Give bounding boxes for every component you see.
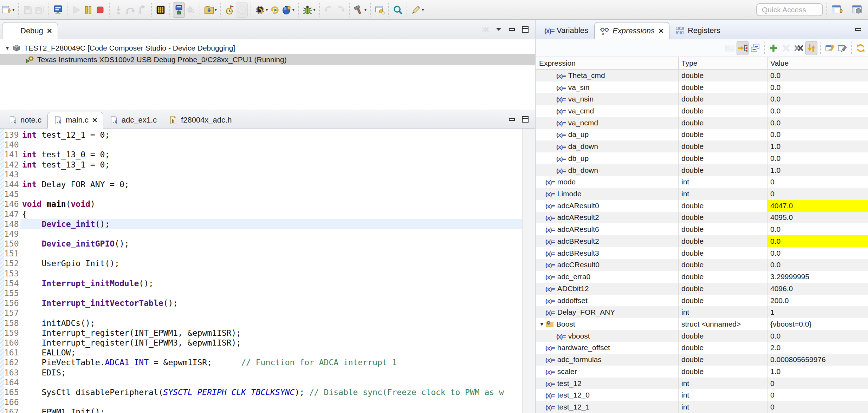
skip-back-button[interactable] bbox=[323, 2, 335, 18]
code-text[interactable]: SysCtl_disablePeripheral(SYSCTL_PERIPH_C… bbox=[20, 387, 522, 397]
code-text[interactable] bbox=[20, 308, 522, 318]
code-text[interactable]: Device_init(); bbox=[20, 219, 522, 229]
expression-row[interactable]: (x)=Delay_FOR_ANYint1 bbox=[536, 306, 868, 318]
open-perspective-button[interactable] bbox=[829, 1, 846, 18]
expression-value[interactable]: 4095.0 bbox=[767, 212, 868, 224]
code-text[interactable] bbox=[20, 288, 522, 298]
show-type-names-button[interactable]: x bbox=[724, 41, 736, 55]
code-text[interactable]: int Delay_FOR_ANY = 0; bbox=[20, 179, 522, 189]
continuous-refresh-button[interactable] bbox=[805, 41, 817, 55]
refresh-values-button[interactable] bbox=[855, 41, 867, 55]
expression-value[interactable]: 1.0 bbox=[767, 164, 868, 176]
close-icon[interactable]: × bbox=[92, 116, 97, 124]
expression-value[interactable]: 0.0 bbox=[767, 70, 868, 81]
expression-value[interactable]: 0 bbox=[767, 378, 868, 389]
expression-row[interactable]: (x)=test_12_0int0 bbox=[536, 389, 868, 401]
expression-value[interactable]: 1 bbox=[767, 306, 868, 318]
editor-scrollbar[interactable] bbox=[522, 129, 535, 413]
search-button[interactable] bbox=[392, 2, 404, 18]
code-text[interactable]: void main(void) bbox=[20, 199, 522, 209]
save-button[interactable] bbox=[22, 2, 34, 18]
column-header-expression[interactable]: Expression bbox=[536, 57, 679, 69]
expression-value[interactable]: {vboost=0.0} bbox=[767, 318, 868, 330]
expression-row[interactable]: ▼Booststruct <unnamed>{vboost=0.0} bbox=[536, 318, 868, 330]
code-text[interactable] bbox=[20, 189, 522, 199]
launch-debug-button[interactable]: ▾ bbox=[302, 2, 316, 18]
expression-row[interactable]: (x)=Theta_cmddouble0.0 bbox=[536, 70, 868, 81]
expression-row[interactable]: (x)=adcCResult0double0.0 bbox=[536, 259, 868, 271]
expression-row[interactable]: (x)=va_sindouble0.0 bbox=[536, 81, 868, 93]
expression-row[interactable]: (x)=db_downdouble1.0 bbox=[536, 164, 868, 176]
expression-value[interactable]: 0.0 bbox=[767, 81, 868, 93]
step-over-button[interactable] bbox=[124, 2, 136, 18]
debug-perspective-button[interactable] bbox=[849, 1, 865, 18]
minimize-button[interactable] bbox=[506, 24, 518, 35]
view-menu-button[interactable] bbox=[493, 24, 505, 35]
source-lookup-button[interactable] bbox=[185, 2, 197, 18]
code-text[interactable] bbox=[20, 378, 522, 387]
connect-target-button[interactable] bbox=[173, 2, 185, 18]
collapse-all-button[interactable] bbox=[749, 41, 761, 55]
expression-value[interactable]: 0.0 bbox=[767, 330, 868, 342]
edit-expression-button[interactable] bbox=[836, 41, 848, 55]
debug-tree-item[interactable]: ▼TEST2_F280049C [Code Composer Studio - … bbox=[0, 42, 535, 54]
code-text[interactable] bbox=[20, 170, 522, 179]
profile-clock-button[interactable] bbox=[224, 2, 236, 18]
expression-row[interactable]: (x)=test_12int0 bbox=[536, 378, 868, 389]
close-icon[interactable]: × bbox=[659, 27, 663, 35]
new-wizard-button[interactable]: ▾ bbox=[1, 2, 15, 18]
expression-value[interactable]: 3.29999995 bbox=[767, 271, 868, 283]
minimize-button[interactable] bbox=[506, 113, 518, 125]
expression-row[interactable]: (x)=modeint0 bbox=[536, 176, 868, 188]
expression-value[interactable]: 0.0 bbox=[767, 259, 868, 271]
debug-tree-item[interactable]: Texas Instruments XDS100v2 USB Debug Pro… bbox=[0, 54, 535, 65]
expression-value[interactable]: 200.0 bbox=[767, 295, 868, 307]
resume-button[interactable] bbox=[70, 2, 82, 18]
close-icon[interactable]: × bbox=[47, 27, 52, 35]
expression-row[interactable]: (x)=ADCbit12double4096.0 bbox=[536, 283, 868, 295]
core-trace-button[interactable]: ▾ bbox=[281, 2, 296, 18]
code-text[interactable]: int test_12_1 = 0; bbox=[20, 130, 522, 140]
expression-row[interactable]: (x)=vboostdouble0.0 bbox=[536, 330, 868, 342]
add-expression-button[interactable] bbox=[767, 41, 779, 55]
code-text[interactable]: UserGpio_Init(); bbox=[20, 258, 522, 268]
code-text[interactable]: Device_initGPIO(); bbox=[20, 239, 522, 249]
suspend-button[interactable] bbox=[82, 2, 94, 18]
editor-tab-main-c[interactable]: .cmain.c× bbox=[47, 112, 103, 129]
expression-row[interactable]: (x)=da_updouble0.0 bbox=[536, 129, 868, 141]
debug-console-button[interactable] bbox=[52, 2, 64, 18]
expression-value[interactable]: 1.0 bbox=[767, 366, 868, 378]
expand-arrow-icon[interactable]: ▼ bbox=[538, 321, 545, 327]
code-text[interactable]: Interrupt_initVectorTable(); bbox=[20, 298, 522, 308]
expression-value[interactable]: 0.0 bbox=[767, 117, 868, 129]
remove-expression-button[interactable] bbox=[780, 41, 792, 55]
expression-value[interactable]: 0.0 bbox=[767, 247, 868, 259]
expand-arrow-icon[interactable]: ▼ bbox=[3, 45, 12, 51]
code-text[interactable]: EDIS; bbox=[20, 368, 522, 378]
expression-row[interactable]: (x)=va_ncmddouble0.0 bbox=[536, 117, 868, 129]
reset-cpu-button[interactable] bbox=[269, 2, 281, 18]
code-text[interactable]: EPWM1_Init(); bbox=[20, 407, 522, 413]
code-text[interactable]: int test_13_0 = 0; bbox=[20, 150, 522, 159]
expression-row[interactable]: (x)=da_downdouble1.0 bbox=[536, 140, 868, 152]
step-return-button[interactable] bbox=[136, 2, 148, 18]
expression-value[interactable]: 0.0 bbox=[767, 223, 868, 235]
goto-address-button[interactable] bbox=[737, 41, 749, 55]
on-chip-flash-button[interactable]: ▾ bbox=[254, 2, 269, 18]
code-text[interactable]: PieVectTable.ADCA1_INT = &epwm1ISR; // F… bbox=[20, 358, 522, 367]
expression-value[interactable]: 0.0 bbox=[767, 93, 868, 105]
load-program-button[interactable]: ▾ bbox=[203, 2, 218, 18]
expression-row[interactable]: (x)=hardware_offsetdouble2.0 bbox=[536, 342, 868, 354]
expression-row[interactable]: (x)=scalerdouble1.0 bbox=[536, 366, 868, 378]
expressions-tab-variables[interactable]: (x)=Variables bbox=[538, 22, 594, 39]
expression-value[interactable]: 0 bbox=[767, 389, 868, 401]
build-button[interactable]: ▾ bbox=[353, 2, 368, 18]
expression-value[interactable]: 0 bbox=[767, 176, 868, 188]
expression-value[interactable]: 0 bbox=[767, 401, 868, 413]
view-registers-button[interactable] bbox=[155, 2, 167, 18]
column-header-value[interactable]: Value bbox=[767, 57, 868, 69]
editor-tab-note-c[interactable]: .cnote.c bbox=[2, 112, 47, 128]
terminate-button[interactable] bbox=[94, 2, 106, 18]
expression-row[interactable]: (x)=adcAResult2double4095.0 bbox=[536, 212, 868, 224]
expressions-tab-registers[interactable]: 10100101Registers bbox=[669, 22, 726, 39]
